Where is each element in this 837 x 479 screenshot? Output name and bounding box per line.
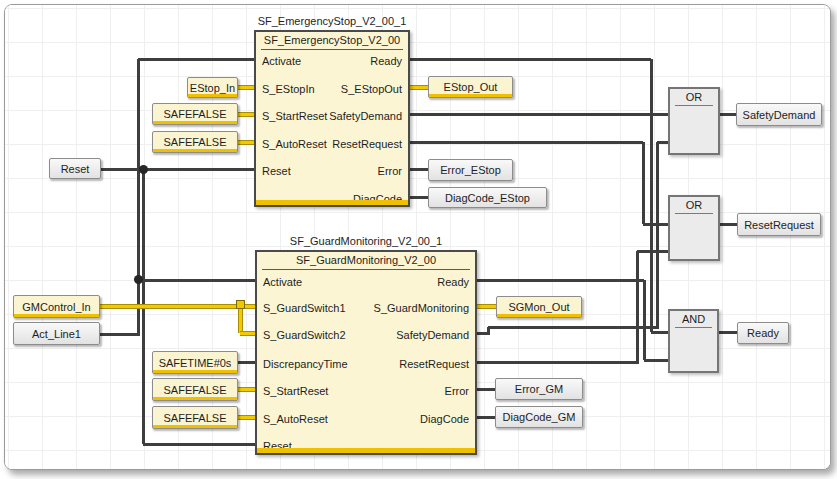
block-type-name: SF_EmergencyStop_V2_00 bbox=[261, 33, 403, 50]
variable-box-estop-out[interactable]: EStop_Out bbox=[428, 76, 513, 98]
wire-gmcontrol-v bbox=[238, 306, 243, 333]
wire-error2-stub bbox=[477, 388, 495, 391]
wire-estopout-stub bbox=[410, 85, 428, 90]
variable-box-safefalse-3[interactable]: SAFEFALSE bbox=[152, 378, 238, 401]
wire-resetrequest1-v bbox=[642, 142, 645, 224]
output-pin-ready[interactable]: Ready bbox=[370, 54, 402, 68]
output-pin-resetrequest[interactable]: ResetRequest bbox=[399, 357, 469, 371]
variable-box-safetydemand[interactable]: SafetyDemand bbox=[736, 103, 822, 126]
wire-resetrequest1-h bbox=[410, 141, 643, 144]
wire-or1-out bbox=[720, 113, 736, 116]
wire-ready1-v bbox=[650, 59, 653, 332]
wire-autoreset2-stub bbox=[238, 415, 255, 420]
wire-error1-stub bbox=[410, 168, 428, 171]
variable-box-safetime-0s[interactable]: SAFETIME#0s bbox=[152, 351, 238, 374]
logic-block-or-middle[interactable]: OR bbox=[668, 195, 720, 261]
function-block-guard-monitoring[interactable]: SF_GuardMonitoring_V2_00 Activate S_Guar… bbox=[255, 250, 477, 455]
function-block-emergency-stop[interactable]: SF_EmergencyStop_V2_00 Activate S_EStopI… bbox=[254, 30, 410, 207]
logic-block-or-top[interactable]: OR bbox=[668, 87, 720, 155]
logic-block-label: OR bbox=[675, 90, 713, 106]
wire-or2-in2 bbox=[637, 250, 668, 253]
input-pin-activate[interactable]: Activate bbox=[263, 275, 302, 289]
wire-and-in2 bbox=[644, 359, 668, 362]
logic-block-and[interactable]: AND bbox=[668, 309, 719, 373]
block-type-name: SF_GuardMonitoring_V2_00 bbox=[262, 253, 470, 270]
variable-box-error-gm[interactable]: Error_GM bbox=[495, 378, 583, 400]
input-pin-activate[interactable]: Activate bbox=[262, 54, 301, 68]
editor-frame: SF_EmergencyStop_V2_00_1 SF_EmergencySto… bbox=[4, 4, 831, 470]
output-pin-diagcode[interactable]: DiagCode bbox=[420, 412, 469, 426]
input-pin-s-guardswitch2[interactable]: S_GuardSwitch2 bbox=[263, 328, 346, 342]
variable-box-error-estop[interactable]: Error_EStop bbox=[428, 159, 513, 181]
wire-safetydemand1-h bbox=[410, 113, 668, 116]
variable-box-diagcode-gm[interactable]: DiagCode_GM bbox=[495, 406, 583, 428]
variable-box-ready[interactable]: Ready bbox=[737, 322, 789, 344]
variable-box-act-line1[interactable]: Act_Line1 bbox=[13, 322, 100, 345]
wire-diagcode2-stub bbox=[477, 416, 495, 419]
wire-activate-bottom bbox=[138, 279, 255, 282]
wire-resetrequest2-v bbox=[636, 251, 639, 364]
wire-startreset2-stub bbox=[238, 387, 255, 392]
safety-gold-bar bbox=[256, 200, 408, 205]
input-pin-s-estopin[interactable]: S_EStopIn bbox=[262, 82, 315, 96]
wire-startreset1-stub bbox=[238, 112, 254, 117]
variable-box-sgmon-out[interactable]: SGMon_Out bbox=[496, 296, 582, 318]
safety-gold-bar bbox=[257, 448, 475, 453]
input-pin-s-autoreset[interactable]: S_AutoReset bbox=[263, 412, 328, 426]
output-pin-error[interactable]: Error bbox=[445, 384, 469, 398]
wire-sgmon-stub bbox=[477, 304, 496, 309]
wire-diagcode1-stub bbox=[410, 196, 428, 199]
wire-activate-v bbox=[137, 59, 140, 336]
output-pin-safetydemand[interactable]: SafetyDemand bbox=[329, 109, 402, 123]
wire-guardswitch2-h bbox=[240, 331, 255, 336]
output-pin-safetydemand[interactable]: SafetyDemand bbox=[396, 328, 469, 342]
logic-block-label: OR bbox=[675, 198, 713, 214]
wire-safetydemand2-h2 bbox=[488, 326, 658, 329]
wire-ready2-h bbox=[477, 279, 644, 282]
output-pin-s-estopout[interactable]: S_EStopOut bbox=[341, 82, 402, 96]
wire-gmcontrol-h bbox=[100, 304, 255, 309]
wire-ready1-h bbox=[410, 58, 651, 61]
block-instance-name: SF_EmergencyStop_V2_00_1 bbox=[254, 15, 410, 27]
fbd-canvas: SF_EmergencyStop_V2_00_1 SF_EmergencySto… bbox=[5, 5, 830, 469]
wire-resetrequest2-h bbox=[477, 361, 637, 364]
wire-and-in1 bbox=[651, 331, 668, 334]
wire-safetydemand2-v2 bbox=[656, 142, 659, 329]
variable-box-estop-in[interactable]: EStop_In bbox=[187, 77, 238, 98]
wire-or1-in2 bbox=[657, 141, 668, 144]
wire-autoreset1-stub bbox=[238, 140, 254, 145]
input-pin-s-startreset[interactable]: S_StartReset bbox=[262, 109, 327, 123]
wire-reset-h bbox=[101, 168, 254, 171]
wire-reset-h2 bbox=[143, 443, 255, 446]
input-pin-discrepancytime[interactable]: DiscrepancyTime bbox=[263, 357, 348, 371]
input-pin-s-autoreset[interactable]: S_AutoReset bbox=[262, 137, 327, 151]
junction-dot-activate bbox=[134, 275, 143, 284]
junction-dot-guardswitch bbox=[236, 300, 245, 309]
output-pin-ready[interactable]: Ready bbox=[437, 275, 469, 289]
variable-box-safefalse-4[interactable]: SAFEFALSE bbox=[152, 406, 238, 429]
variable-box-gmcontrol-in[interactable]: GMControl_In bbox=[13, 295, 100, 318]
output-pin-resetrequest[interactable]: ResetRequest bbox=[332, 137, 402, 151]
input-pin-s-guardswitch1[interactable]: S_GuardSwitch1 bbox=[263, 301, 346, 315]
logic-block-label: AND bbox=[675, 312, 712, 328]
wire-estopin-stub bbox=[238, 85, 254, 90]
variable-box-diagcode-estop[interactable]: DiagCode_EStop bbox=[428, 187, 547, 208]
junction-dot-reset bbox=[139, 165, 148, 174]
variable-box-safefalse-1[interactable]: SAFEFALSE bbox=[152, 103, 238, 125]
output-pin-s-guardmonitoring[interactable]: S_GuardMonitoring bbox=[374, 301, 469, 315]
output-pin-error[interactable]: Error bbox=[378, 164, 402, 178]
block-instance-name: SF_GuardMonitoring_V2_00_1 bbox=[255, 235, 477, 247]
wire-safetime-stub bbox=[238, 361, 255, 364]
variable-box-resetrequest[interactable]: ResetRequest bbox=[737, 213, 821, 236]
wire-activate-top bbox=[138, 58, 254, 61]
input-pin-reset[interactable]: Reset bbox=[262, 164, 291, 178]
variable-box-safefalse-2[interactable]: SAFEFALSE bbox=[152, 131, 238, 153]
wire-actline-h bbox=[100, 333, 138, 336]
wire-ready2-v bbox=[643, 280, 646, 360]
variable-box-reset[interactable]: Reset bbox=[49, 158, 101, 179]
input-pin-s-startreset[interactable]: S_StartReset bbox=[263, 384, 328, 398]
